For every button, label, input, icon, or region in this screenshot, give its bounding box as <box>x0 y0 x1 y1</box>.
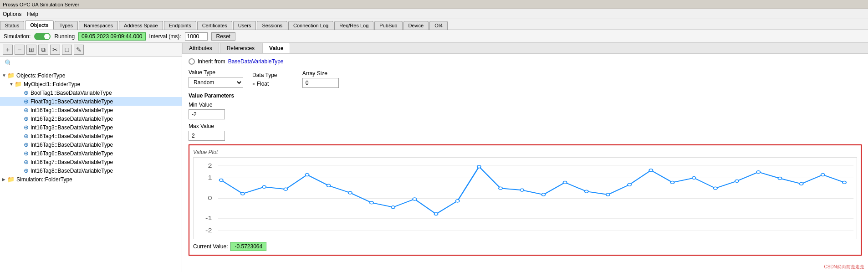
value-type-label: Value Type <box>189 69 243 76</box>
expand-arrow-objects: ▼ <box>2 73 7 78</box>
tree-label-myobj1: MyObject1::FolderType <box>24 81 80 87</box>
array-size-input[interactable] <box>302 78 339 88</box>
tree-area: ▼ 📁 Objects::FolderType ▼ 📁 MyObject1::F… <box>0 69 182 272</box>
max-value-input[interactable] <box>189 131 225 141</box>
data-type-label: Data Type <box>252 72 293 78</box>
search-input[interactable] <box>3 58 12 67</box>
node-icon-int16-1: ⊕ <box>24 107 29 113</box>
paste-button[interactable]: □ <box>62 45 72 55</box>
expand-arrow-myobj1: ▼ <box>9 82 15 87</box>
svg-point-20 <box>434 213 438 216</box>
menu-bar: Options Help <box>0 9 868 19</box>
simulation-toggle[interactable] <box>34 33 51 40</box>
svg-point-26 <box>563 181 567 184</box>
svg-point-23 <box>499 187 502 190</box>
node-icon-int16-7: ⊕ <box>24 159 29 165</box>
right-tab-references[interactable]: References <box>220 43 261 53</box>
svg-point-18 <box>391 206 395 209</box>
value-plot-label: Value Plot <box>193 149 857 155</box>
tree-item-int16-6[interactable]: ⊕ Int16Tag6::BaseDataVariableType <box>0 149 182 158</box>
tab-namespaces[interactable]: Namespaces <box>79 21 118 30</box>
svg-point-38 <box>821 174 825 176</box>
right-tab-attributes[interactable]: Attributes <box>182 43 219 53</box>
menu-options[interactable]: Options <box>3 11 21 17</box>
tab-status[interactable]: Status <box>0 21 24 30</box>
min-value-label: Min Value <box>189 102 862 108</box>
tree-item-int16-1[interactable]: ⊕ Int16Tag1::BaseDataVariableType <box>0 106 182 114</box>
svg-point-32 <box>692 177 696 180</box>
svg-point-39 <box>842 181 846 184</box>
data-type-icon: ▪ <box>252 80 255 88</box>
copy-button[interactable]: ⧉ <box>38 45 48 55</box>
folder-icon-simulation: 📁 <box>7 176 15 183</box>
right-content: Inherit from BaseDataVariableType Value … <box>182 54 868 272</box>
tree-item-bool1[interactable]: ⊕ BoolTag1::BaseDataVariableType <box>0 88 182 97</box>
tree-label-int16-6: Int16Tag6::BaseDataVariableType <box>31 150 113 157</box>
inherit-row: Inherit from BaseDataVariableType <box>189 58 862 65</box>
tab-device[interactable]: Device <box>403 21 429 30</box>
value-parameters-label: Value Parameters <box>189 92 862 99</box>
tree-item-int16-2[interactable]: ⊕ Int16Tag2::BaseDataVariableType <box>0 114 182 123</box>
tab-address-space[interactable]: Address Space <box>119 21 163 30</box>
reset-button[interactable]: Reset <box>211 32 235 41</box>
simulation-bar: Simulation: Running 09.05.2023 09:09:44.… <box>0 30 868 43</box>
tab-objects[interactable]: Objects <box>25 21 53 30</box>
expand-button[interactable]: ⊞ <box>26 45 36 55</box>
app-title: Prosys OPC UA Simulation Server <box>3 2 79 7</box>
svg-point-15 <box>327 184 331 187</box>
tree-item-objects[interactable]: ▼ 📁 Objects::FolderType <box>0 71 182 80</box>
menu-help[interactable]: Help <box>27 11 38 17</box>
tab-req-res-log[interactable]: Req/Res Log <box>334 21 373 30</box>
value-plot-container: Value Plot 2 1 0 -1 -2 <box>189 144 862 256</box>
tab-sessions[interactable]: Sessions <box>257 21 287 30</box>
edit-button[interactable]: ✎ <box>74 45 84 55</box>
toggle-knob <box>44 34 50 39</box>
node-icon-int16-4: ⊕ <box>24 133 29 139</box>
svg-point-30 <box>649 169 653 172</box>
svg-point-27 <box>585 190 588 193</box>
tree-label-int16-5: Int16Tag5::BaseDataVariableType <box>31 142 113 148</box>
tree-item-int16-8[interactable]: ⊕ Int16Tag8::BaseDataVariableType <box>0 166 182 175</box>
tab-certificates[interactable]: Certificates <box>197 21 232 30</box>
node-icon-float1: ⊕ <box>24 98 29 105</box>
expand-arrow-simulation: ▶ <box>2 177 7 182</box>
svg-point-16 <box>348 191 352 194</box>
tree-item-int16-5[interactable]: ⊕ Int16Tag5::BaseDataVariableType <box>0 140 182 149</box>
svg-text:1: 1 <box>208 175 212 181</box>
data-type-value: Float <box>257 81 293 87</box>
right-tab-value[interactable]: Value <box>262 43 290 53</box>
tree-label-simulation: Simulation::FolderType <box>16 176 72 183</box>
tree-item-simulation[interactable]: ▶ 📁 Simulation::FolderType <box>0 175 182 184</box>
inherit-link[interactable]: BaseDataVariableType <box>228 58 284 65</box>
tree-item-int16-4[interactable]: ⊕ Int16Tag4::BaseDataVariableType <box>0 132 182 140</box>
tab-endpoints[interactable]: Endpoints <box>164 21 196 30</box>
right-tab-bar: Attributes References Value <box>182 43 868 54</box>
svg-point-13 <box>284 188 287 190</box>
tree-item-float1[interactable]: ⊕ FloatTag1::BaseDataVariableType <box>0 97 182 106</box>
value-type-select[interactable]: Random <box>189 77 243 88</box>
tree-item-int16-3[interactable]: ⊕ Int16Tag3::BaseDataVariableType <box>0 123 182 132</box>
svg-point-11 <box>241 192 245 195</box>
main-layout: + − ⊞ ⧉ ✂ □ ✎ ▼ 📁 Objects::FolderType ▼ <box>0 43 868 272</box>
interval-input[interactable] <box>185 32 208 41</box>
tree-label-objects: Objects::FolderType <box>16 72 65 79</box>
inherit-radio[interactable] <box>189 58 195 65</box>
tab-pubsub[interactable]: PubSub <box>374 21 402 30</box>
tree-item-int16-7[interactable]: ⊕ Int16Tag7::BaseDataVariableType <box>0 158 182 166</box>
current-value-row: Current Value: -0.5723064 <box>193 242 857 251</box>
remove-button[interactable]: − <box>15 45 25 55</box>
svg-point-33 <box>714 187 717 190</box>
add-button[interactable]: + <box>3 45 13 55</box>
min-value-input[interactable] <box>189 109 225 119</box>
tab-types[interactable]: Types <box>55 21 78 30</box>
cut-button[interactable]: ✂ <box>50 45 60 55</box>
tab-oi4[interactable]: OI4 <box>429 21 448 30</box>
svg-point-29 <box>628 183 631 186</box>
svg-point-34 <box>735 180 739 182</box>
tree-item-myobj1[interactable]: ▼ 📁 MyObject1::FolderType <box>0 80 182 88</box>
node-icon-int16-2: ⊕ <box>24 115 29 122</box>
min-value-group: Min Value <box>189 102 862 119</box>
tree-label-int16-3: Int16Tag3::BaseDataVariableType <box>31 124 113 131</box>
tab-users[interactable]: Users <box>233 21 256 30</box>
tab-connection-log[interactable]: Connection Log <box>288 21 333 30</box>
